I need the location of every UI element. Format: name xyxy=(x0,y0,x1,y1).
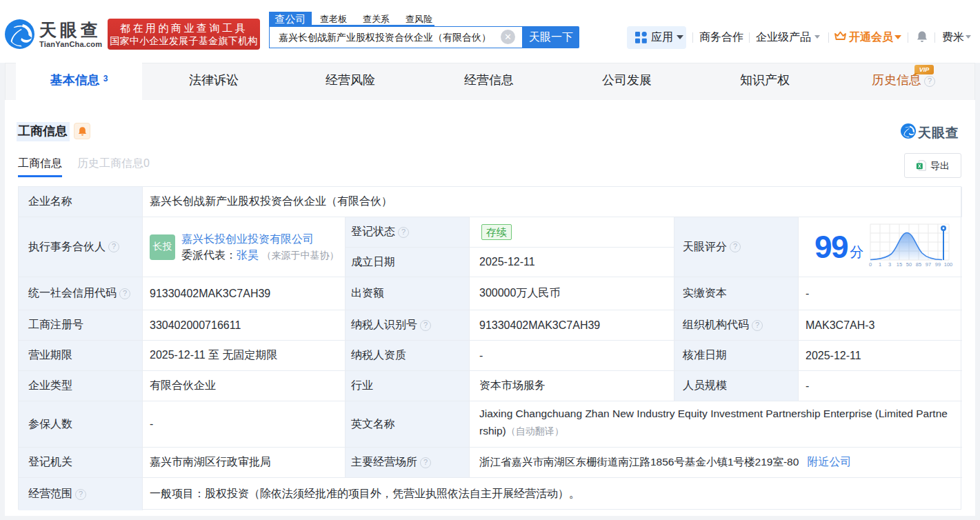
svg-text:85: 85 xyxy=(916,261,921,268)
svg-text:0: 0 xyxy=(869,261,872,268)
svg-text:99: 99 xyxy=(935,261,941,268)
svg-text:15: 15 xyxy=(897,261,902,268)
svg-text:97: 97 xyxy=(926,261,931,268)
svg-text:50: 50 xyxy=(906,261,912,268)
svg-text:100: 100 xyxy=(944,261,953,268)
svg-text:1: 1 xyxy=(879,261,881,268)
svg-text:3: 3 xyxy=(888,261,891,268)
